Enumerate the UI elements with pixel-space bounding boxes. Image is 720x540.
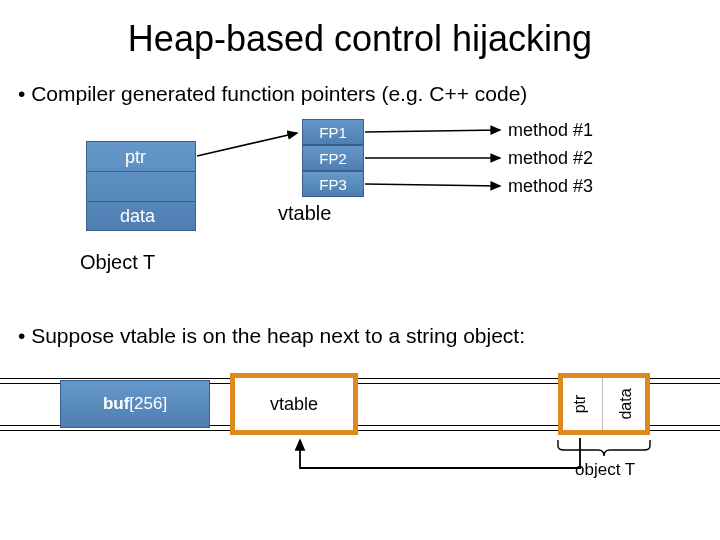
heap-data-label: data — [617, 388, 635, 419]
heap-buf-thin: [256] — [129, 394, 167, 414]
heap-ptr-data-divider — [602, 378, 603, 430]
diagram-object-vtable: ptr data Object T FP1 FP2 FP3 vtable met… — [0, 106, 720, 316]
vtable-fp1: FP1 — [302, 119, 364, 145]
svg-line-3 — [365, 184, 500, 186]
object-t-label: Object T — [80, 251, 155, 274]
object-divider-1 — [86, 171, 196, 172]
svg-line-0 — [197, 133, 297, 156]
heap-buf-bold: buf — [103, 394, 129, 414]
svg-line-1 — [365, 130, 500, 132]
object-ptr-label: ptr — [125, 147, 146, 168]
object-data-label: data — [120, 206, 155, 227]
heap-object-t-caption: object T — [575, 460, 635, 480]
vtable-fp3: FP3 — [302, 171, 364, 197]
slide-title: Heap-based control hijacking — [0, 0, 720, 60]
vtable-label: vtable — [278, 202, 331, 225]
method-1-label: method #1 — [508, 120, 593, 141]
vtable-fp2: FP2 — [302, 145, 364, 171]
heap-buf-box: buf[256] — [60, 380, 210, 428]
heap-vtable-box: vtable — [230, 373, 358, 435]
heap-ptr-label: ptr — [571, 395, 589, 414]
bullet-compiler-pointers: Compiler generated function pointers (e.… — [18, 82, 720, 106]
bullet-suppose-vtable: Suppose vtable is on the heap next to a … — [18, 324, 720, 348]
method-2-label: method #2 — [508, 148, 593, 169]
method-3-label: method #3 — [508, 176, 593, 197]
diagram-heap: buf[256] vtable ptr data object T — [0, 348, 720, 498]
object-divider-2 — [86, 201, 196, 202]
